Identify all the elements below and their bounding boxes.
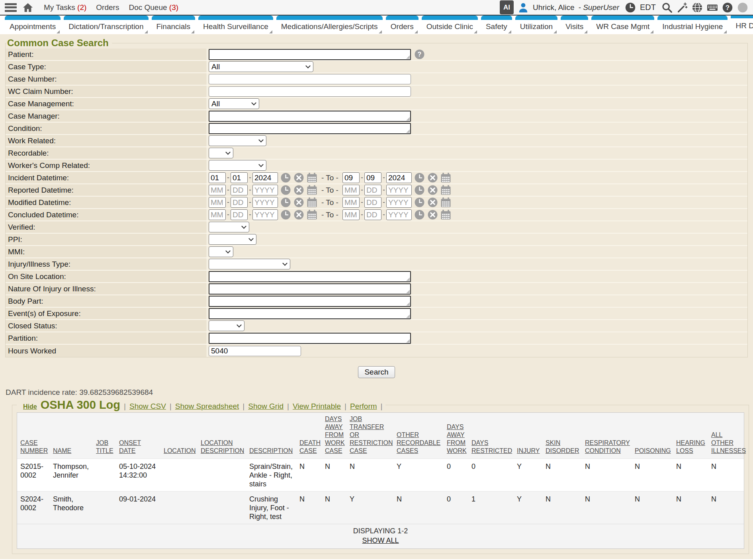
column-header-job-transfer-or-restriction-case[interactable]: JOB TRANSFER OR RESTRICTION CASE (346, 413, 393, 459)
clock-icon[interactable] (280, 197, 291, 208)
modified-datetime-to-day-input[interactable] (364, 197, 381, 208)
incident-datetime-from-year-input[interactable] (252, 172, 278, 183)
tab-appointments[interactable]: Appointments (5, 16, 61, 34)
reported-datetime-from-day-input[interactable] (231, 185, 248, 195)
column-header-name[interactable]: NAME (50, 413, 93, 459)
incident-datetime-to-day-input[interactable] (364, 172, 381, 183)
clock-icon[interactable] (414, 172, 425, 183)
partition-textarea[interactable] (209, 333, 411, 344)
tab-utilization[interactable]: Utilization (515, 16, 557, 34)
work-related-select[interactable] (209, 135, 266, 146)
on-site-location-textarea[interactable] (209, 271, 411, 282)
show-grid-link[interactable]: Show Grid (248, 402, 284, 411)
nav-doc-queue[interactable]: Doc Queue (3) (129, 3, 178, 12)
clock-icon[interactable] (414, 197, 425, 208)
modified-datetime-to-year-input[interactable] (386, 197, 412, 208)
hours-worked-input[interactable] (209, 346, 301, 356)
recordable-select[interactable] (209, 148, 233, 158)
reported-datetime-from-year-input[interactable] (252, 185, 278, 195)
modified-datetime-from-year-input[interactable] (252, 197, 278, 208)
tab-hr-data-feed[interactable]: HR Data Feed (731, 16, 753, 34)
calendar-icon[interactable] (307, 197, 317, 208)
body-part-textarea[interactable] (209, 296, 411, 307)
show-csv-link[interactable]: Show CSV (129, 402, 166, 411)
clear-icon[interactable] (293, 185, 304, 195)
nav-my-tasks[interactable]: My Tasks (2) (44, 3, 86, 12)
modified-datetime-from-month-input[interactable] (209, 197, 226, 208)
column-header-job-title[interactable]: JOB TITLE (93, 413, 116, 459)
tab-financials[interactable]: Financials (152, 16, 196, 34)
show-all-link[interactable]: SHOW ALL (362, 537, 399, 545)
nav-orders[interactable]: Orders (96, 3, 119, 12)
clear-icon[interactable] (293, 197, 304, 208)
wand-icon[interactable] (677, 2, 688, 13)
column-header-poisoning[interactable]: POISONING (632, 413, 673, 459)
event-s-of-exposure-textarea[interactable] (209, 308, 411, 319)
clear-icon[interactable] (293, 209, 304, 220)
tab-health-surveillance[interactable]: Health Surveillance (198, 16, 273, 34)
column-header-days-away-from-work[interactable]: DAYS AWAY FROM WORK (444, 413, 468, 459)
calendar-icon[interactable] (307, 185, 317, 195)
column-header-death-case[interactable]: DEATH CASE (296, 413, 322, 459)
table-row[interactable]: S2015-0002Thompson, Jennifer05-10-2024 1… (17, 459, 744, 492)
tab-wr-case-mgmt[interactable]: WR Case Mgmt (591, 16, 654, 34)
column-header-location-description[interactable]: LOCATION DESCRIPTION (198, 413, 246, 459)
incident-datetime-from-month-input[interactable] (209, 172, 226, 183)
help-icon[interactable]: ? (722, 2, 733, 13)
tab-outside-clinic[interactable]: Outside Clinic (422, 16, 478, 34)
globe-icon[interactable] (692, 2, 703, 13)
column-header-description[interactable]: DESCRIPTION (246, 413, 296, 459)
column-header-case-number[interactable]: CASE NUMBER (17, 413, 50, 459)
column-header-days-away-from-work-case[interactable]: DAYS AWAY FROM WORK CASE (322, 413, 346, 459)
clock-icon[interactable] (280, 185, 291, 195)
tab-visits[interactable]: Visits (561, 16, 588, 34)
clear-icon[interactable] (427, 197, 438, 208)
condition-textarea[interactable] (209, 123, 411, 134)
case-management-select[interactable]: All (209, 98, 259, 109)
tab-orders[interactable]: Orders (386, 16, 419, 34)
reported-datetime-to-day-input[interactable] (364, 185, 381, 195)
home-icon[interactable] (22, 2, 33, 13)
clear-icon[interactable] (427, 209, 438, 220)
modified-datetime-to-month-input[interactable] (342, 197, 360, 208)
clock-icon[interactable] (280, 172, 291, 183)
concluded-datetime-from-day-input[interactable] (231, 209, 248, 220)
clock-icon[interactable] (414, 209, 425, 220)
tab-medications-allergies-scripts[interactable]: Medications/Allergies/Scripts (276, 16, 383, 34)
clear-icon[interactable] (427, 185, 438, 195)
incident-datetime-to-year-input[interactable] (386, 172, 412, 183)
concluded-datetime-to-day-input[interactable] (364, 209, 381, 220)
concluded-datetime-from-year-input[interactable] (252, 209, 278, 220)
case-type-select[interactable]: All (209, 61, 313, 72)
hide-link[interactable]: Hide (23, 403, 37, 410)
injury-illness-type-select[interactable] (209, 259, 290, 269)
tab-safety[interactable]: Safety (481, 16, 512, 34)
calendar-icon[interactable] (440, 209, 451, 220)
calendar-icon[interactable] (440, 172, 451, 183)
wc-claim-number-input[interactable] (209, 86, 411, 97)
clear-icon[interactable] (427, 172, 438, 183)
concluded-datetime-to-year-input[interactable] (386, 209, 412, 220)
clock-icon[interactable] (414, 185, 425, 195)
table-row[interactable]: S2024-0002Smith, Theodore09-01-2024Crush… (17, 491, 744, 523)
hamburger-menu-icon[interactable] (5, 3, 17, 12)
column-header-all-other-illnesses[interactable]: ALL OTHER ILLNESSES (708, 413, 744, 459)
show-spreadsheet-link[interactable]: Show Spreadsheet (175, 402, 239, 411)
tab-dictation-transcription[interactable]: Dictation/Transcription (64, 16, 148, 34)
column-header-other-recordable-cases[interactable]: OTHER RECORDABLE CASES (393, 413, 444, 459)
clear-icon[interactable] (293, 172, 304, 183)
closed-status-select[interactable] (209, 320, 244, 331)
nature-of-injury-or-illness-textarea[interactable] (209, 283, 411, 295)
modified-datetime-from-day-input[interactable] (231, 197, 248, 208)
calendar-icon[interactable] (440, 197, 451, 208)
search-icon[interactable] (661, 2, 673, 13)
perform-link[interactable]: Perform (350, 402, 377, 411)
case-number-input[interactable] (209, 74, 411, 84)
reported-datetime-to-month-input[interactable] (342, 185, 360, 195)
keyboard-icon[interactable] (707, 2, 718, 13)
reported-datetime-from-month-input[interactable] (209, 185, 226, 195)
help-icon[interactable]: ? (414, 49, 425, 60)
ppi-select[interactable] (209, 234, 256, 245)
view-printable-link[interactable]: View Printable (293, 402, 341, 411)
concluded-datetime-from-month-input[interactable] (209, 209, 226, 220)
